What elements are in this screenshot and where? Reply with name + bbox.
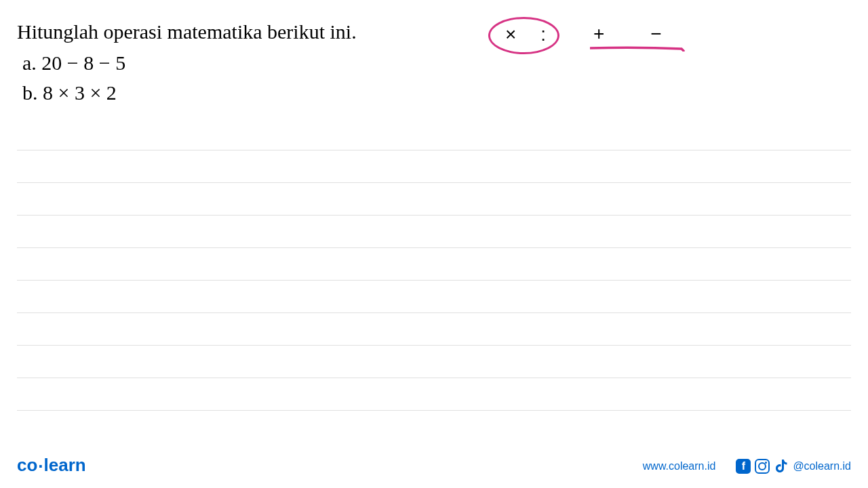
footer-right: www.colearn.id f @colearn.id	[643, 459, 851, 474]
problem-a: a. 20 − 8 − 5	[22, 52, 851, 75]
paper-line	[17, 118, 851, 150]
social-handle: @colearn.id	[793, 460, 851, 472]
paper-line	[17, 378, 851, 411]
paper-line	[17, 150, 851, 183]
problem-b-expression: 8 × 3 × 2	[43, 81, 117, 104]
paper-line	[17, 183, 851, 216]
paper-line	[17, 248, 851, 281]
problem-b-label: b.	[22, 81, 38, 104]
content-area: Hitunglah operasi matematika berikut ini…	[0, 0, 868, 104]
problem-b: b. 8 × 3 × 2	[22, 81, 851, 104]
lined-paper-area	[0, 118, 868, 411]
paper-line	[17, 313, 851, 346]
circled-symbols: × :	[505, 24, 555, 45]
underline-annotation	[590, 46, 685, 52]
tiktok-icon	[774, 459, 789, 474]
social-group: f @colearn.id	[736, 459, 851, 474]
logo-co: co	[17, 455, 37, 475]
question-title: Hitunglah operasi matematika berikut ini…	[17, 20, 851, 43]
footer: co·learn www.colearn.id f @colearn.id	[0, 444, 868, 488]
paper-line	[17, 346, 851, 378]
logo: co·learn	[17, 455, 86, 477]
problem-a-expression: 20 − 8 − 5	[41, 52, 125, 74]
website-url: www.colearn.id	[643, 460, 716, 472]
problem-a-label: a.	[22, 52, 37, 74]
plus-minus-symbols: + −	[593, 23, 682, 45]
logo-dot: ·	[38, 456, 43, 476]
logo-learn: learn	[44, 455, 86, 475]
handwritten-annotation: × : + −	[488, 14, 705, 61]
facebook-icon: f	[736, 459, 751, 474]
paper-line	[17, 216, 851, 248]
instagram-icon	[755, 459, 770, 474]
paper-line	[17, 281, 851, 313]
